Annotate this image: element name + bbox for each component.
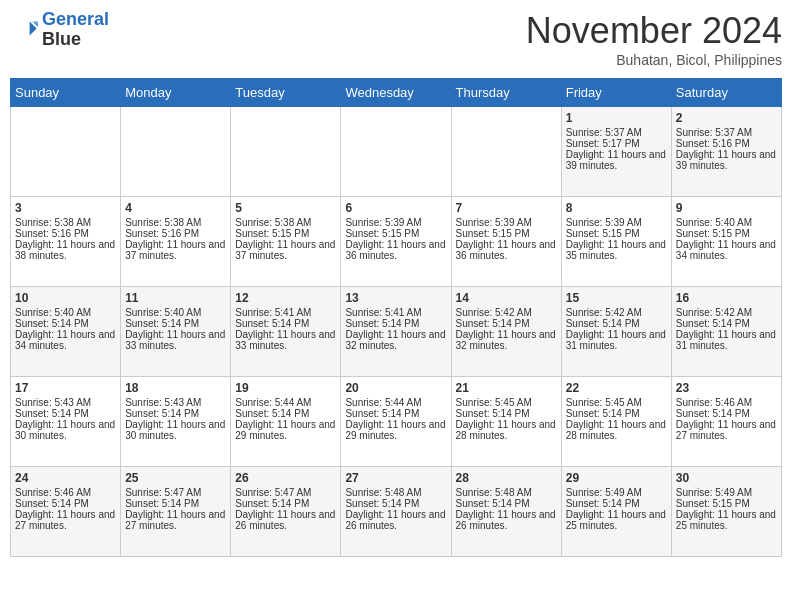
cell-text: Sunrise: 5:43 AM: [125, 397, 226, 408]
cell-text: Sunrise: 5:45 AM: [566, 397, 667, 408]
calendar-cell: 18Sunrise: 5:43 AMSunset: 5:14 PMDayligh…: [121, 377, 231, 467]
cell-text: Sunrise: 5:37 AM: [566, 127, 667, 138]
cell-text: Sunset: 5:14 PM: [125, 498, 226, 509]
cell-text: Sunrise: 5:38 AM: [235, 217, 336, 228]
cell-text: Sunset: 5:14 PM: [15, 318, 116, 329]
cell-text: Sunset: 5:14 PM: [566, 318, 667, 329]
cell-text: Daylight: 11 hours and 36 minutes.: [456, 239, 557, 261]
logo-icon: [10, 16, 38, 44]
day-number: 17: [15, 381, 116, 395]
calendar-table: SundayMondayTuesdayWednesdayThursdayFrid…: [10, 78, 782, 557]
cell-text: Daylight: 11 hours and 39 minutes.: [566, 149, 667, 171]
cell-text: Sunrise: 5:43 AM: [15, 397, 116, 408]
calendar-cell: 3Sunrise: 5:38 AMSunset: 5:16 PMDaylight…: [11, 197, 121, 287]
cell-text: Sunset: 5:14 PM: [566, 408, 667, 419]
calendar-cell: 20Sunrise: 5:44 AMSunset: 5:14 PMDayligh…: [341, 377, 451, 467]
cell-text: Sunset: 5:14 PM: [235, 318, 336, 329]
day-number: 12: [235, 291, 336, 305]
cell-text: Sunset: 5:15 PM: [676, 228, 777, 239]
cell-text: Sunset: 5:14 PM: [456, 408, 557, 419]
calendar-cell: [231, 107, 341, 197]
day-number: 14: [456, 291, 557, 305]
cell-text: Sunset: 5:15 PM: [676, 498, 777, 509]
calendar-cell: 8Sunrise: 5:39 AMSunset: 5:15 PMDaylight…: [561, 197, 671, 287]
cell-text: Sunrise: 5:44 AM: [345, 397, 446, 408]
cell-text: Sunset: 5:15 PM: [345, 228, 446, 239]
day-number: 11: [125, 291, 226, 305]
week-row-3: 17Sunrise: 5:43 AMSunset: 5:14 PMDayligh…: [11, 377, 782, 467]
cell-text: Daylight: 11 hours and 26 minutes.: [235, 509, 336, 531]
calendar-cell: 27Sunrise: 5:48 AMSunset: 5:14 PMDayligh…: [341, 467, 451, 557]
cell-text: Daylight: 11 hours and 33 minutes.: [125, 329, 226, 351]
cell-text: Sunrise: 5:39 AM: [345, 217, 446, 228]
cell-text: Sunset: 5:17 PM: [566, 138, 667, 149]
cell-text: Sunset: 5:14 PM: [125, 408, 226, 419]
calendar-cell: 29Sunrise: 5:49 AMSunset: 5:14 PMDayligh…: [561, 467, 671, 557]
month-title: November 2024: [526, 10, 782, 52]
day-number: 24: [15, 471, 116, 485]
cell-text: Sunrise: 5:38 AM: [125, 217, 226, 228]
cell-text: Daylight: 11 hours and 31 minutes.: [676, 329, 777, 351]
cell-text: Daylight: 11 hours and 31 minutes.: [566, 329, 667, 351]
week-row-0: 1Sunrise: 5:37 AMSunset: 5:17 PMDaylight…: [11, 107, 782, 197]
day-number: 2: [676, 111, 777, 125]
cell-text: Sunrise: 5:41 AM: [235, 307, 336, 318]
cell-text: Sunset: 5:14 PM: [456, 498, 557, 509]
cell-text: Daylight: 11 hours and 37 minutes.: [125, 239, 226, 261]
calendar-cell: 30Sunrise: 5:49 AMSunset: 5:15 PMDayligh…: [671, 467, 781, 557]
day-number: 9: [676, 201, 777, 215]
cell-text: Daylight: 11 hours and 36 minutes.: [345, 239, 446, 261]
calendar-cell: [121, 107, 231, 197]
cell-text: Daylight: 11 hours and 28 minutes.: [456, 419, 557, 441]
cell-text: Daylight: 11 hours and 29 minutes.: [235, 419, 336, 441]
cell-text: Sunset: 5:14 PM: [235, 498, 336, 509]
calendar-cell: 19Sunrise: 5:44 AMSunset: 5:14 PMDayligh…: [231, 377, 341, 467]
calendar-cell: 5Sunrise: 5:38 AMSunset: 5:15 PMDaylight…: [231, 197, 341, 287]
day-number: 8: [566, 201, 667, 215]
calendar-cell: 13Sunrise: 5:41 AMSunset: 5:14 PMDayligh…: [341, 287, 451, 377]
cell-text: Daylight: 11 hours and 26 minutes.: [345, 509, 446, 531]
day-number: 6: [345, 201, 446, 215]
cell-text: Sunrise: 5:46 AM: [15, 487, 116, 498]
day-number: 4: [125, 201, 226, 215]
calendar-cell: 28Sunrise: 5:48 AMSunset: 5:14 PMDayligh…: [451, 467, 561, 557]
cell-text: Sunset: 5:14 PM: [566, 498, 667, 509]
cell-text: Sunrise: 5:40 AM: [125, 307, 226, 318]
calendar-cell: 16Sunrise: 5:42 AMSunset: 5:14 PMDayligh…: [671, 287, 781, 377]
calendar-cell: 14Sunrise: 5:42 AMSunset: 5:14 PMDayligh…: [451, 287, 561, 377]
cell-text: Sunrise: 5:48 AM: [456, 487, 557, 498]
page-header: General Blue November 2024 Buhatan, Bico…: [10, 10, 782, 68]
cell-text: Daylight: 11 hours and 32 minutes.: [345, 329, 446, 351]
cell-text: Sunset: 5:14 PM: [345, 318, 446, 329]
day-number: 25: [125, 471, 226, 485]
calendar-cell: 7Sunrise: 5:39 AMSunset: 5:15 PMDaylight…: [451, 197, 561, 287]
cell-text: Sunrise: 5:47 AM: [235, 487, 336, 498]
cell-text: Sunset: 5:16 PM: [125, 228, 226, 239]
calendar-cell: 1Sunrise: 5:37 AMSunset: 5:17 PMDaylight…: [561, 107, 671, 197]
day-number: 18: [125, 381, 226, 395]
day-number: 7: [456, 201, 557, 215]
cell-text: Daylight: 11 hours and 27 minutes.: [125, 509, 226, 531]
cell-text: Sunrise: 5:41 AM: [345, 307, 446, 318]
cell-text: Daylight: 11 hours and 25 minutes.: [566, 509, 667, 531]
day-number: 27: [345, 471, 446, 485]
header-day-friday: Friday: [561, 79, 671, 107]
cell-text: Daylight: 11 hours and 29 minutes.: [345, 419, 446, 441]
week-row-1: 3Sunrise: 5:38 AMSunset: 5:16 PMDaylight…: [11, 197, 782, 287]
cell-text: Sunset: 5:16 PM: [676, 138, 777, 149]
cell-text: Sunrise: 5:42 AM: [566, 307, 667, 318]
cell-text: Daylight: 11 hours and 34 minutes.: [676, 239, 777, 261]
calendar-cell: 2Sunrise: 5:37 AMSunset: 5:16 PMDaylight…: [671, 107, 781, 197]
calendar-cell: 17Sunrise: 5:43 AMSunset: 5:14 PMDayligh…: [11, 377, 121, 467]
logo-text: General Blue: [42, 10, 109, 50]
day-number: 22: [566, 381, 667, 395]
cell-text: Daylight: 11 hours and 25 minutes.: [676, 509, 777, 531]
day-number: 16: [676, 291, 777, 305]
day-number: 21: [456, 381, 557, 395]
day-number: 3: [15, 201, 116, 215]
cell-text: Daylight: 11 hours and 32 minutes.: [456, 329, 557, 351]
cell-text: Sunrise: 5:39 AM: [456, 217, 557, 228]
calendar-cell: 6Sunrise: 5:39 AMSunset: 5:15 PMDaylight…: [341, 197, 451, 287]
header-day-saturday: Saturday: [671, 79, 781, 107]
cell-text: Sunset: 5:15 PM: [456, 228, 557, 239]
